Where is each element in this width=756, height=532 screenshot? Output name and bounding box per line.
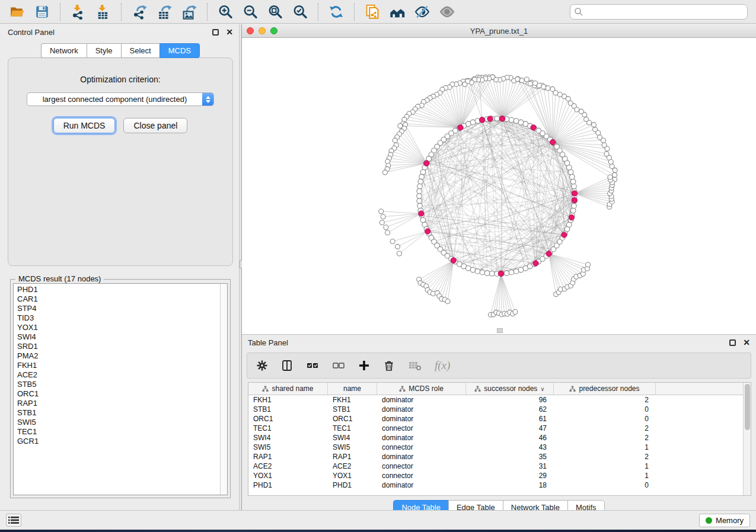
result-node-item[interactable]: TID3 bbox=[17, 313, 220, 323]
cell-name[interactable]: SWI5 bbox=[328, 443, 377, 452]
table-row[interactable]: RAP1RAP1dominator352 bbox=[248, 452, 751, 462]
column-header-successor-nodes[interactable]: successor nodes∨ bbox=[466, 383, 554, 395]
cell-name[interactable]: ORC1 bbox=[328, 414, 377, 424]
column-header-shared-name[interactable]: shared name bbox=[248, 383, 328, 395]
cell-mcds_role[interactable]: dominator bbox=[377, 480, 466, 490]
deselect-all-rows-button[interactable] bbox=[331, 359, 346, 372]
cell-successor_nodes[interactable]: 46 bbox=[466, 433, 554, 443]
cell-shared_name[interactable]: STB1 bbox=[248, 405, 328, 414]
result-node-item[interactable]: GCR1 bbox=[17, 437, 220, 446]
cell-mcds_role[interactable]: connector bbox=[377, 471, 466, 480]
result-node-item[interactable]: PMA2 bbox=[17, 351, 220, 361]
memory-button[interactable]: Memory bbox=[699, 514, 750, 527]
table-settings-button[interactable] bbox=[256, 359, 269, 372]
zoom-in-button[interactable] bbox=[215, 2, 236, 21]
cell-shared_name[interactable]: ORC1 bbox=[248, 414, 328, 424]
table-row[interactable]: ORC1ORC1dominator610 bbox=[248, 414, 751, 424]
close-table-panel-button[interactable]: ✕ bbox=[743, 339, 750, 346]
result-node-item[interactable]: STB1 bbox=[17, 408, 220, 418]
cell-shared_name[interactable]: PHD1 bbox=[248, 480, 328, 490]
cell-successor_nodes[interactable]: 62 bbox=[466, 405, 554, 414]
cell-shared_name[interactable]: RAP1 bbox=[248, 452, 328, 462]
cell-shared_name[interactable]: SWI5 bbox=[248, 443, 328, 452]
close-panel-button[interactable]: ✕ bbox=[226, 29, 233, 36]
import-table-button[interactable] bbox=[92, 2, 114, 21]
cell-mcds_role[interactable]: connector bbox=[377, 443, 466, 452]
cell-successor_nodes[interactable]: 47 bbox=[466, 424, 554, 433]
cell-mcds_role[interactable]: dominator bbox=[377, 452, 466, 462]
task-history-button[interactable] bbox=[6, 514, 21, 527]
cell-predecessor_nodes[interactable]: 0 bbox=[554, 480, 656, 490]
zoom-out-button[interactable] bbox=[240, 2, 261, 21]
cell-predecessor_nodes[interactable]: 1 bbox=[554, 471, 656, 480]
cell-successor_nodes[interactable]: 35 bbox=[466, 452, 554, 462]
cell-successor_nodes[interactable]: 18 bbox=[466, 480, 554, 490]
cell-name[interactable]: SWI4 bbox=[328, 433, 377, 443]
show-graphics-details-button[interactable] bbox=[436, 2, 458, 21]
refresh-layout-button[interactable] bbox=[326, 2, 347, 21]
show-columns-button[interactable] bbox=[280, 359, 294, 372]
cell-name[interactable]: STB1 bbox=[328, 405, 377, 414]
cell-mcds_role[interactable]: dominator bbox=[377, 433, 466, 443]
cell-mcds_role[interactable]: connector bbox=[377, 462, 466, 471]
cell-successor_nodes[interactable]: 96 bbox=[466, 395, 554, 405]
cell-mcds_role[interactable]: dominator bbox=[377, 395, 466, 405]
search-field[interactable] bbox=[570, 4, 748, 20]
tab-mcds[interactable]: MCDS bbox=[160, 43, 200, 58]
cell-mcds_role[interactable]: dominator bbox=[377, 405, 466, 414]
cell-predecessor_nodes[interactable]: 1 bbox=[554, 443, 656, 452]
cell-successor_nodes[interactable]: 43 bbox=[466, 443, 554, 452]
column-header-predecessor-nodes[interactable]: predecessor nodes bbox=[554, 383, 656, 395]
table-row[interactable]: TEC1TEC1connector472 bbox=[248, 424, 751, 433]
float-table-panel-button[interactable] bbox=[729, 339, 736, 346]
run-mcds-button[interactable]: Run MCDS bbox=[53, 118, 116, 133]
cell-mcds_role[interactable]: connector bbox=[377, 424, 466, 433]
cell-predecessor_nodes[interactable]: 2 bbox=[554, 395, 656, 405]
cell-name[interactable]: RAP1 bbox=[328, 452, 377, 462]
result-node-item[interactable]: PHD1 bbox=[17, 285, 220, 294]
help-home-button[interactable] bbox=[387, 2, 408, 21]
cell-name[interactable]: ACE2 bbox=[328, 462, 377, 471]
open-session-button[interactable] bbox=[7, 2, 28, 21]
table-scrollbar[interactable] bbox=[743, 383, 751, 495]
cell-predecessor_nodes[interactable]: 0 bbox=[554, 405, 656, 414]
result-node-item[interactable]: SRD1 bbox=[17, 342, 220, 351]
cell-predecessor_nodes[interactable]: 0 bbox=[554, 414, 656, 424]
result-node-item[interactable]: YOX1 bbox=[17, 323, 220, 332]
table-row[interactable]: YOX1YOX1connector291 bbox=[248, 471, 751, 480]
cell-predecessor_nodes[interactable]: 2 bbox=[554, 433, 656, 443]
hide-graphics-details-button[interactable] bbox=[412, 2, 433, 21]
result-node-item[interactable]: TEC1 bbox=[17, 427, 220, 437]
table-row[interactable]: FKH1FKH1dominator962 bbox=[248, 395, 751, 405]
result-node-item[interactable]: ACE2 bbox=[17, 370, 220, 380]
cell-shared_name[interactable]: FKH1 bbox=[248, 395, 328, 405]
cell-shared_name[interactable]: SWI4 bbox=[248, 433, 328, 443]
export-image-button[interactable] bbox=[178, 2, 200, 21]
cell-mcds_role[interactable]: dominator bbox=[377, 414, 466, 424]
mcds-result-list[interactable]: PHD1CAR1STP4TID3YOX1SWI4SRD1PMA2FKH1ACE2… bbox=[13, 283, 228, 495]
cell-shared_name[interactable]: ACE2 bbox=[248, 462, 328, 471]
function-builder-button[interactable]: f(x) bbox=[435, 359, 450, 372]
tab-select[interactable]: Select bbox=[121, 43, 160, 58]
table-row[interactable]: SWI4SWI4dominator462 bbox=[248, 433, 751, 443]
float-panel-button[interactable] bbox=[212, 29, 219, 36]
result-node-item[interactable]: SWI4 bbox=[17, 332, 220, 342]
cell-successor_nodes[interactable]: 31 bbox=[466, 462, 554, 471]
zoom-fit-content-button[interactable] bbox=[264, 2, 286, 21]
network-canvas[interactable] bbox=[242, 38, 756, 334]
import-network-button[interactable] bbox=[68, 2, 89, 21]
table-row[interactable]: SWI5SWI5connector431 bbox=[248, 443, 751, 452]
cell-name[interactable]: FKH1 bbox=[328, 395, 377, 405]
mcds-result-scrollbar[interactable] bbox=[220, 284, 227, 495]
create-column-button[interactable] bbox=[358, 359, 371, 372]
cell-predecessor_nodes[interactable]: 1 bbox=[554, 462, 656, 471]
tab-style[interactable]: Style bbox=[87, 43, 121, 58]
result-node-item[interactable]: ORC1 bbox=[17, 389, 220, 399]
cell-successor_nodes[interactable]: 29 bbox=[466, 471, 554, 480]
horizontal-splitter-handle[interactable] bbox=[497, 328, 503, 333]
close-panel-button-mcds[interactable]: Close panel bbox=[123, 118, 187, 133]
cell-name[interactable]: PHD1 bbox=[328, 480, 377, 490]
column-header-name[interactable]: name bbox=[328, 383, 377, 395]
table-row[interactable]: ACE2ACE2connector311 bbox=[248, 462, 751, 471]
search-input[interactable] bbox=[583, 7, 744, 16]
